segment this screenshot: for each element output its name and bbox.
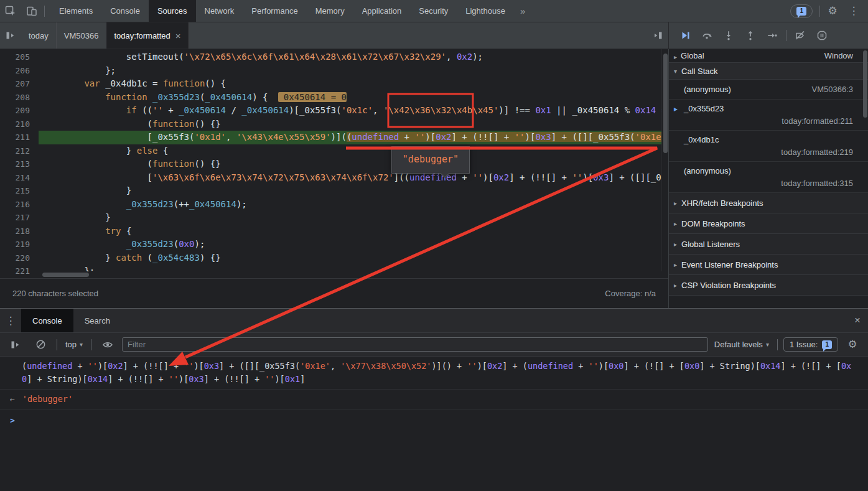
drawer-kebab-icon[interactable]: ⋮ [0,309,21,332]
code-line[interactable]: 205 setTimeout('\x72\x65\x6c\x6f\x61\x64… [0,50,668,64]
line-number[interactable]: 215 [0,184,39,198]
close-tab-icon[interactable]: × [175,30,181,41]
code-line[interactable]: 212 } else { [0,144,668,158]
sidebar-section-xhr-fetch-breakpoints[interactable]: ▸XHR/fetch Breakpoints [669,193,868,213]
code-line[interactable]: 214 ['\x63\x6f\x6e\x73\x74\x72\x75\x63\x… [0,171,668,185]
code-line[interactable]: 216 _0x355d23(++_0x450614); [0,198,668,212]
toggle-navigator-icon[interactable] [0,22,21,49]
code-line[interactable]: 217 } [0,211,668,225]
line-number[interactable]: 216 [0,198,39,212]
code-token: ] + (!![] + [509,172,572,182]
code-line[interactable]: 208 function _0x355d23(_0x450614) { _0x4… [0,91,668,105]
more-tabs-icon[interactable]: » [514,0,531,22]
clear-console-icon[interactable] [30,339,51,350]
line-number[interactable]: 221 [0,264,39,278]
code-token: '' [515,132,525,142]
console-prompt-row[interactable]: > [0,409,868,431]
line-number[interactable]: 210 [0,118,39,131]
panel-toggle-right-icon[interactable] [647,22,668,49]
line-number[interactable]: 212 [0,144,39,158]
line-number[interactable]: 219 [0,238,39,251]
resume-script-icon[interactable] [675,26,695,45]
pause-on-exceptions-icon[interactable] [812,26,832,45]
tab-console[interactable]: Console [101,0,149,22]
code-token: else [137,146,158,156]
live-expression-eye-icon[interactable] [97,339,118,350]
code-editor[interactable]: 205 setTimeout('\x72\x65\x6c\x6f\x61\x64… [0,49,668,278]
editor-vertical-scrollbar[interactable] [661,49,668,271]
line-number[interactable]: 211 [0,131,39,144]
tab-lighthouse[interactable]: Lighthouse [457,0,514,22]
scope-global-row[interactable]: ▸ Global Window [669,49,868,62]
line-number[interactable]: 205 [0,50,39,64]
code-line[interactable]: 210 (function() {} [0,118,668,131]
code-line[interactable]: 211 [_0x55f3('0x1d', '\x43\x4e\x55\x59')… [0,131,668,144]
file-tab-today-formatted[interactable]: today:formatted× [106,22,189,49]
code-line[interactable]: 213 (function() {} [0,157,668,171]
line-number[interactable]: 218 [0,225,39,238]
call-stack-frame[interactable]: _0x4db1ctoday:formatted:219 [669,131,868,162]
tab-memory[interactable]: Memory [307,0,353,22]
drawer-tab-search[interactable]: Search [73,309,121,332]
log-levels-selector[interactable]: Default levels ▾ [712,340,772,349]
editor-horizontal-scrollbar[interactable] [39,271,661,278]
console-result-row[interactable]: ← 'debugger' [0,390,868,409]
sidebar-section-event-listener-breakpoints[interactable]: ▸Event Listener Breakpoints [669,255,868,275]
code-line[interactable]: 206 }; [0,64,668,78]
step-icon[interactable] [762,26,782,45]
device-toolbar-icon[interactable] [21,0,42,22]
step-into-icon[interactable] [719,26,739,45]
sidebar-section-global-listeners[interactable]: ▸Global Listeners [669,234,868,255]
console-settings-gear-icon[interactable]: ⚙ [842,338,863,351]
line-number[interactable]: 208 [0,91,39,105]
console-filter-input[interactable] [122,337,708,352]
console-sidebar-toggle-icon[interactable] [5,340,26,350]
call-stack-frame[interactable]: ▸_0x355d23today:formatted:211 [669,100,868,131]
issues-badge[interactable]: 1 [790,4,813,18]
code-line[interactable]: 209 if (('' + _0x450614 / _0x450614)[_0x… [0,104,668,118]
line-number[interactable]: 206 [0,64,39,78]
code-token: _0x450614 [241,105,289,115]
call-stack-frame[interactable]: (anonymous)today:formatted:315 [669,162,868,193]
deactivate-breakpoints-icon[interactable] [790,26,810,45]
line-number[interactable]: 214 [0,171,39,185]
context-selector[interactable]: top ▾ [63,340,85,349]
tab-performance[interactable]: Performance [243,0,306,22]
step-out-icon[interactable] [740,26,760,45]
code-token: '' [472,172,483,182]
line-number[interactable]: 207 [0,77,39,91]
sidebar-scrollbar[interactable] [862,49,868,308]
scrollbar-thumb[interactable] [863,50,867,118]
inspect-element-icon[interactable] [0,0,21,22]
line-number[interactable]: 209 [0,104,39,118]
scrollbar-thumb[interactable] [663,54,668,153]
settings-gear-icon[interactable]: ⚙ [822,4,843,17]
code-line[interactable]: 207 var _0x4db1c = function() { [0,77,668,91]
call-stack-frame[interactable]: (anonymous)VM50366:3 [669,80,868,100]
tab-security[interactable]: Security [410,0,457,22]
sidebar-section-dom-breakpoints[interactable]: ▸DOM Breakpoints [669,213,868,234]
tab-network[interactable]: Network [196,0,243,22]
step-over-icon[interactable] [697,26,717,45]
sidebar-section-csp-violation-breakpoints[interactable]: ▸CSP Violation Breakpoints [669,275,868,296]
scrollbar-thumb[interactable] [42,273,89,277]
line-number[interactable]: 213 [0,157,39,171]
console-echo-row[interactable]: (undefined + '')[0x2] + (!![] + '')[0x3]… [0,357,868,390]
kebab-menu-icon[interactable]: ⋮ [843,4,864,17]
tab-elements[interactable]: Elements [50,0,101,22]
tab-sources[interactable]: Sources [149,0,196,22]
tab-application[interactable]: Application [353,0,411,22]
line-number[interactable]: 217 [0,211,39,225]
drawer-close-icon[interactable]: × [847,309,868,332]
drawer-tab-console[interactable]: Console [21,309,73,332]
code-line[interactable]: 219 _0x355d23(0x0); [0,238,668,251]
call-stack-header[interactable]: ▾ Call Stack [669,62,868,80]
issues-counter[interactable]: 1 Issue: 1 [783,337,838,352]
code-token: if [126,105,137,115]
line-number[interactable]: 220 [0,251,39,265]
file-tab-today[interactable]: today [21,22,57,49]
file-tab-vm50366[interactable]: VM50366 [57,22,107,49]
code-line[interactable]: 218 try { [0,225,668,238]
code-line[interactable]: 220 } catch (_0x54c483) {} [0,251,668,265]
code-line[interactable]: 215 } [0,184,668,198]
